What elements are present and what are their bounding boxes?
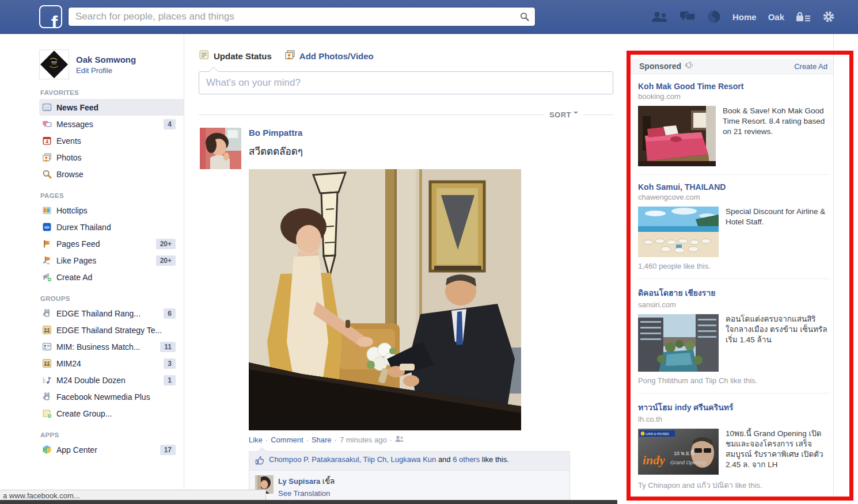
group-badge: 6: [164, 308, 176, 319]
like-pages-icon: [41, 255, 52, 266]
comment-link[interactable]: Comment: [271, 436, 303, 444]
ad-title[interactable]: ดิคอนโดฮาย เชียงราย: [638, 287, 829, 299]
search-input[interactable]: [69, 11, 520, 22]
post-actions: Like · Comment · Share · 7 minutes ago ·: [249, 436, 613, 444]
comment-author-name[interactable]: Ly Supisara: [278, 477, 320, 486]
ad-image-beach[interactable]: [638, 207, 719, 257]
messages-bubble-icon: [41, 119, 52, 129]
sidebar-item-browse[interactable]: Browse: [39, 166, 184, 182]
navbar-right: Home Oak: [651, 0, 835, 33]
ad-title[interactable]: ทาวน์โฮม indy ศรีนครินทร์: [638, 401, 829, 414]
feed-post: Bo Pimpattra สวีตตตล๊อดๆ: [199, 128, 613, 504]
friend-requests-icon[interactable]: [651, 11, 668, 22]
like-pages-badge: 20+: [156, 255, 176, 266]
edit-profile-link[interactable]: Edit Profile: [76, 66, 136, 75]
sidebar-item-events[interactable]: 4 Events: [39, 132, 184, 149]
sidebar-item-create-ad[interactable]: Create Ad: [39, 269, 184, 285]
notifications-globe-icon[interactable]: [707, 10, 721, 24]
see-translation-link[interactable]: See Translation: [278, 489, 350, 498]
ad-image-condo[interactable]: [638, 314, 719, 372]
create-ad-link[interactable]: Create Ad: [794, 62, 827, 71]
sort-dropdown[interactable]: SORT: [544, 110, 583, 119]
pages-feed-flag-icon: [41, 239, 52, 249]
share-link[interactable]: Share: [312, 436, 332, 444]
post-author-name[interactable]: Bo Pimpattra: [249, 128, 302, 138]
sidebar-item-m24-double-dozen[interactable]: M24 Double Dozen 1: [39, 372, 184, 388]
sidebar-item-news-feed[interactable]: News Feed: [39, 99, 184, 116]
likers-others[interactable]: 6 others: [453, 455, 480, 464]
sidebar-item-label: MIM: Business Match...: [56, 342, 140, 352]
home-link[interactable]: Home: [732, 12, 757, 22]
sidebar-item-label: Hottclips: [56, 206, 88, 215]
left-sidebar: Oak Somwong Edit Profile FAVORITES News …: [0, 33, 184, 490]
news-feed-column: Update Status Add Photos/Video SORT Bo P…: [199, 33, 613, 504]
sidebar-item-photos[interactable]: Photos: [39, 149, 184, 166]
sidebar-item-pages-feed[interactable]: Pages Feed 20+: [39, 235, 184, 252]
add-photos-tab[interactable]: Add Photos/Video: [284, 49, 374, 62]
status-composer[interactable]: [199, 71, 613, 94]
ad-image-hotel-room[interactable]: [638, 106, 716, 166]
sidebar-item-durex-thailand[interactable]: Durex Thailand: [39, 219, 184, 235]
update-status-tab[interactable]: Update Status: [199, 49, 272, 62]
megaphone-icon: [685, 61, 695, 71]
ad-image-brand-text: LAND & HOUSES: [646, 432, 669, 436]
status-input[interactable]: [199, 77, 613, 89]
create-ad-megaphone-icon: [41, 272, 52, 282]
sidebar-item-label: EDGE Thailand Strategy Te...: [56, 326, 162, 335]
messages-count-badge: 4: [164, 119, 176, 129]
profile-name[interactable]: Oak Somwong: [76, 55, 136, 64]
group-rockhand-icon: [41, 392, 52, 402]
sidebar-item-hottclips[interactable]: Hottclips: [39, 202, 184, 219]
sidebar-item-edge-thailand-rang[interactable]: EDGE Thailand Rang... 6: [39, 305, 184, 322]
sponsored-ad: ทาวน์โฮม indy ศรีนครินทร์ lh.co.th LAND …: [638, 393, 829, 499]
separator: ·: [265, 436, 268, 444]
add-photos-label: Add Photos/Video: [299, 51, 374, 61]
sort-label: SORT: [549, 110, 571, 119]
sidebar-item-messages[interactable]: Messages 4: [39, 116, 184, 132]
like-link[interactable]: Like: [249, 436, 263, 444]
group-badge: 1: [164, 375, 176, 385]
sponsored-ad: Koh Samui, THAILAND chawengcove.com: [638, 174, 829, 278]
likers-names[interactable]: Chompoo P. Patakarasakul, Tiip Ch, Lugka…: [269, 455, 436, 464]
ad-title[interactable]: Koh Mak Good Time Resort: [638, 82, 829, 91]
status-url-text: a www.facebook.com...: [3, 491, 80, 500]
sidebar-item-mim24[interactable]: MIM24 3: [39, 355, 184, 372]
svg-text:4: 4: [45, 139, 48, 144]
update-status-label: Update Status: [214, 51, 272, 61]
sidebar-item-label: M24 Double Dozen: [56, 376, 126, 385]
search-bar[interactable]: [68, 7, 536, 26]
ad-domain: chawengcove.com: [638, 193, 829, 201]
sponsored-header: Sponsored Create Ad: [630, 59, 833, 74]
sidebar-item-label: Events: [56, 136, 81, 146]
bottom-edge-strip: [0, 500, 617, 504]
post-author-avatar[interactable]: [200, 128, 241, 169]
sidebar-item-mim-business-match[interactable]: MIM: Business Match... 11: [39, 338, 184, 355]
privacy-shortcuts-icon[interactable]: [796, 12, 811, 22]
ad-body-text: 10พย.นี้ Grand Opening เปิดชมและจองโครงก…: [726, 429, 829, 475]
facebook-logo[interactable]: f: [39, 5, 62, 28]
avatar[interactable]: [39, 49, 69, 79]
sidebar-item-label: Create Group...: [56, 409, 112, 418]
post-photo[interactable]: [249, 169, 521, 430]
sidebar-item-facebook-newmedia-plus[interactable]: Facebook Newmedia Plus: [39, 388, 184, 405]
ad-title[interactable]: Koh Samui, THAILAND: [638, 182, 829, 192]
sidebar-item-like-pages[interactable]: Like Pages 20+: [39, 252, 184, 269]
sidebar-item-edge-thailand-strategy[interactable]: EDGE Thailand Strategy Te...: [39, 322, 184, 338]
sidebar-item-app-center[interactable]: f App Center 17: [39, 441, 184, 458]
app-center-icon: f: [41, 445, 52, 455]
settings-gear-icon[interactable]: [822, 10, 835, 23]
photos-icon: [41, 152, 52, 163]
durex-page-icon: [41, 222, 52, 232]
sidebar-item-create-group[interactable]: Create Group...: [39, 405, 184, 422]
ad-image-lh-banner[interactable]: LAND & HOUSES indy 10 พ.ย.นี้ Grand Open…: [638, 429, 719, 475]
post-timestamp[interactable]: 7 minutes ago: [340, 436, 387, 444]
ad-domain: lh.co.th: [638, 415, 829, 423]
group-music-icon: [41, 375, 52, 385]
profile-link[interactable]: Oak: [768, 12, 784, 22]
messages-icon[interactable]: [679, 10, 696, 23]
pages-feed-badge: 20+: [156, 239, 176, 249]
sidebar-item-label: Photos: [56, 153, 82, 162]
hottclips-page-icon: [41, 205, 52, 216]
profile-block: Oak Somwong Edit Profile: [39, 49, 184, 79]
search-icon[interactable]: [520, 12, 529, 21]
